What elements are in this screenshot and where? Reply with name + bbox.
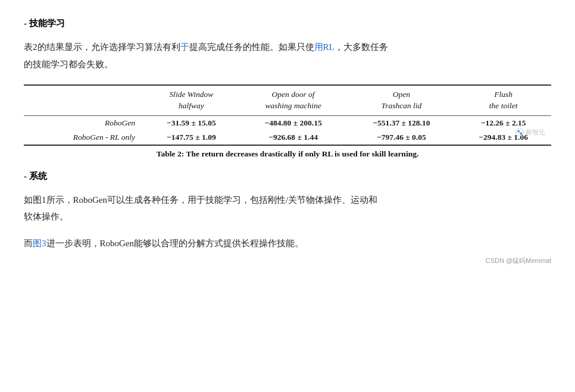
col-header-flush: Flushthe toilet	[455, 85, 551, 115]
highlight-rl: 用RL	[314, 42, 335, 52]
skill-learning-section: - 技能学习 表2的结果显示，允许选择学习算法有利于提高完成任务的性能。如果只使…	[24, 18, 551, 159]
table-row-robogen-rl: RoboGen - RL only −147.75 ± 1.09 −926.68…	[24, 130, 551, 145]
col-header-open-door: Open door ofwashing machine	[239, 85, 348, 115]
cell-robogen-rl-trashcan: −797.46 ± 0.05	[348, 130, 456, 145]
xinzhiyuan-text: 新智元	[526, 128, 545, 137]
table-caption-bold: Table 2:	[157, 149, 184, 158]
cell-robogen-door: −484.80 ± 200.15	[239, 115, 348, 130]
row-label-robogen: RoboGen	[24, 115, 143, 130]
results-table-container: Slide Windowhalfway Open door ofwashing …	[24, 84, 551, 159]
row-label-robogen-rl: RoboGen - RL only	[24, 130, 143, 145]
xinzhiyuan-icon: 🐾	[515, 128, 524, 136]
system-title: - 系统	[24, 171, 551, 182]
cell-robogen-slide: −31.59 ± 15.05	[143, 115, 239, 130]
system-paragraph1: 如图1所示，RoboGen可以生成各种任务，用于技能学习，包括刚性/关节物体操作…	[24, 192, 551, 225]
figure3-link[interactable]: 图3	[33, 239, 46, 248]
col-header-open-trashcan: OpenTrashcan lid	[348, 85, 456, 115]
cell-robogen-trashcan: −551.37 ± 128.10	[348, 115, 456, 130]
csdn-watermark: CSDN @猛码Memmat	[24, 256, 551, 265]
system-paragraph2: 而图3进一步表明，RoboGen能够以合理的分解方式提供长程操作技能。	[24, 235, 551, 252]
table-row-robogen: RoboGen −31.59 ± 15.05 −484.80 ± 200.15 …	[24, 115, 551, 130]
col-header-empty	[24, 85, 143, 115]
results-table: Slide Windowhalfway Open door ofwashing …	[24, 84, 551, 146]
table-caption: Table 2: The return decreases drasticall…	[24, 149, 551, 159]
cell-robogen-rl-slide: −147.75 ± 1.09	[143, 130, 239, 145]
col-header-slide-window: Slide Windowhalfway	[143, 85, 239, 115]
highlight-yu: 于	[180, 42, 189, 52]
xinzhiyuan-watermark: 🐾 新智元	[515, 128, 545, 137]
csdn-watermark-text: CSDN @猛码Memmat	[486, 257, 551, 264]
table-caption-text: The return decreases drastically if only…	[186, 149, 419, 158]
cell-robogen-rl-door: −926.68 ± 1.44	[239, 130, 348, 145]
skill-learning-paragraph: 表2的结果显示，允许选择学习算法有利于提高完成任务的性能。如果只使用RL，大多数…	[24, 39, 551, 73]
system-section: - 系统 如图1所示，RoboGen可以生成各种任务，用于技能学习，包括刚性/关…	[24, 171, 551, 252]
skill-learning-title: - 技能学习	[24, 18, 551, 29]
